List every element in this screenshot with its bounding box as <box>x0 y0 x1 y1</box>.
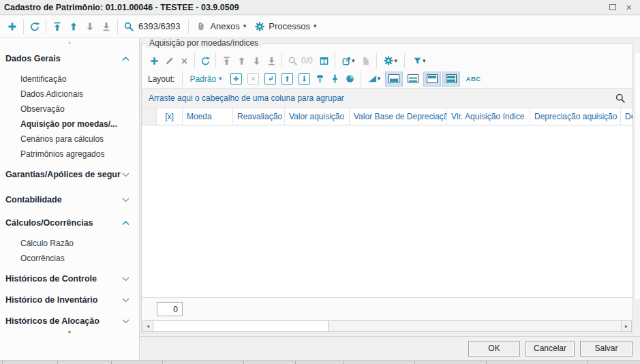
grid-body[interactable] <box>142 125 633 297</box>
refresh-icon <box>29 21 40 32</box>
column-header-valor-base-depreciacao[interactable]: Valor Base de Depreciação <box>350 108 447 125</box>
sidebar-section-historicos-controle[interactable]: Históricos de Controle <box>0 271 139 287</box>
chevron-down-icon: ▾ <box>423 58 426 64</box>
sidebar-item-patrimonios-agregados[interactable]: Patrimônios agregados <box>0 147 139 162</box>
sidebar-section-garantias[interactable]: Garantias/Apólices de segur <box>0 166 139 183</box>
grid-search-button[interactable] <box>285 53 300 68</box>
sidebar-item-observacao[interactable]: Observação <box>0 102 139 117</box>
sidebar-section-historico-inventario[interactable]: Histórico de Inventário <box>0 292 139 308</box>
add-record-button[interactable] <box>4 18 20 35</box>
sidebar-item-dados-adicionais[interactable]: Dados Adicionais <box>0 87 139 102</box>
row-indicator-header <box>142 108 157 125</box>
next-record-button[interactable] <box>82 18 98 35</box>
layout-import-button[interactable] <box>299 73 310 85</box>
layout-add-button[interactable] <box>230 73 242 85</box>
grid-previous-button[interactable] <box>234 53 249 68</box>
chevron-down-icon: ▾ <box>378 76 381 82</box>
first-record-button[interactable] <box>49 18 65 35</box>
scroll-left-icon[interactable]: ◂ <box>143 321 153 331</box>
sidebar-section-historicos-alocacao[interactable]: Históricos de Alocação <box>0 313 139 329</box>
chevron-up-icon <box>122 57 129 61</box>
search-icon <box>288 56 298 66</box>
cancel-button[interactable]: Cancelar <box>525 341 575 357</box>
save-button[interactable]: Salvar <box>580 341 633 357</box>
column-search-icon[interactable] <box>615 93 626 104</box>
vertical-scrollbar[interactable] <box>634 53 640 299</box>
last-record-button[interactable] <box>98 18 115 35</box>
anexos-button[interactable]: Anexos ▾ <box>192 18 250 35</box>
layout-delete-button[interactable] <box>247 73 259 85</box>
processos-button[interactable]: Processos ▾ <box>250 18 320 35</box>
grid-toolbar-row2: Layout: Padrão▾ ▾ ABC <box>142 70 633 88</box>
sidebar-section-calculos-ocorrencias[interactable]: Cálculos/Ocorrências <box>0 215 139 231</box>
grid-export-button[interactable]: ▾ <box>338 53 359 68</box>
view-toggle-rows[interactable] <box>404 72 422 87</box>
enter-arrow-icon <box>266 75 274 82</box>
arrow-last-icon <box>266 56 277 66</box>
grid-filter-button[interactable]: ▾ <box>408 53 431 68</box>
horizontal-scrollbar-track[interactable] <box>329 321 621 331</box>
column-header-reavaliacao[interactable]: Reavaliação <box>233 108 285 125</box>
previous-record-button[interactable] <box>65 18 82 35</box>
aquisicao-groupbox: Aquisição por moedas/índices 0/0 ▾ <box>141 43 633 333</box>
chevron-down-icon <box>122 319 129 324</box>
sidebar-item-calculo-razao[interactable]: Cálculo Razão <box>0 236 139 251</box>
ok-button[interactable]: OK <box>468 341 520 357</box>
grid-add-button[interactable] <box>147 53 162 68</box>
sidebar-section-contabilidade[interactable]: Contabilidade <box>0 192 139 208</box>
grid-first-button[interactable] <box>219 53 234 68</box>
chart-icon <box>367 74 378 84</box>
maximize-icon[interactable] <box>609 4 616 10</box>
columns-icon <box>319 56 329 66</box>
pie-button[interactable] <box>343 72 358 87</box>
grid-edit-button[interactable] <box>162 53 177 68</box>
up-square-icon <box>284 75 291 82</box>
grid-last-button[interactable] <box>264 53 279 68</box>
column-header-depreciacao-aquisicao[interactable]: Depreciação aquisição <box>530 108 621 125</box>
grid-delete-button[interactable] <box>177 53 192 68</box>
grid-settings-button[interactable]: ▾ <box>380 53 401 68</box>
sidebar-scroll-up-icon[interactable]: ▲ <box>0 39 139 46</box>
chart-button[interactable]: ▾ <box>364 72 384 87</box>
anexos-label: Anexos <box>210 21 239 31</box>
sidebar-scroll-down-icon[interactable]: ▼ <box>0 329 139 336</box>
sidebar-item-ocorrencias[interactable]: Ocorrências <box>0 251 139 266</box>
grid-toolbar-row1: 0/0 ▾ ▾ ▾ <box>142 52 633 70</box>
view-toggle-header[interactable] <box>423 72 441 87</box>
sidebar-item-cenarios-para-calculos[interactable]: Cenários para cálculos <box>0 132 139 147</box>
horizontal-scrollbar-thumb[interactable] <box>153 321 329 331</box>
group-by-bar[interactable]: Arraste aqui o cabeçalho de uma coluna p… <box>142 88 633 108</box>
grid-footer: 0 <box>142 297 633 320</box>
grid-report-button[interactable] <box>359 53 374 68</box>
toolbar-separator <box>404 53 405 68</box>
column-header-vlr-aquisicao-indice[interactable]: Vlr. Aquisição índice <box>447 108 530 125</box>
sidebar-item-identificacao[interactable]: Identificação <box>0 72 139 87</box>
column-header-x[interactable]: [x] <box>157 108 183 125</box>
sidebar-section-dados-gerais[interactable]: Dados Gerais <box>0 50 139 67</box>
abc-toggle[interactable]: ABC <box>466 75 481 82</box>
column-header-de[interactable]: De <box>621 108 633 125</box>
grid-next-button[interactable] <box>249 53 264 68</box>
scroll-right-icon[interactable]: ▸ <box>621 321 631 331</box>
paint-icon <box>315 74 325 84</box>
search-records-button[interactable] <box>121 18 137 35</box>
navigation-sidebar: ▲ Dados Gerais Identificação Dados Adici… <box>0 37 140 360</box>
view-toggle-bands[interactable] <box>442 72 460 87</box>
pin-button[interactable] <box>328 72 343 87</box>
grid-refresh-button[interactable] <box>198 53 213 68</box>
arrow-first-icon <box>222 56 232 66</box>
view-toggle-footer[interactable] <box>385 72 403 87</box>
format-painter-button[interactable] <box>313 72 328 87</box>
layout-export-button[interactable] <box>281 73 293 85</box>
processos-label: Processos <box>269 21 310 31</box>
close-icon[interactable]: × <box>626 4 632 11</box>
pin-icon <box>330 74 340 84</box>
sidebar-item-aquisicao-por-moedas[interactable]: Aquisição por moedas/... <box>0 117 139 132</box>
layout-apply-button[interactable] <box>264 73 276 85</box>
refresh-button[interactable] <box>27 18 43 35</box>
window-controls: × <box>609 4 636 11</box>
column-header-moeda[interactable]: Moeda <box>183 108 233 125</box>
column-header-valor-aquisicao[interactable]: Valor aquisição <box>285 108 350 125</box>
grid-columns-button[interactable] <box>317 53 332 68</box>
layout-select[interactable]: Padrão▾ <box>185 74 227 84</box>
